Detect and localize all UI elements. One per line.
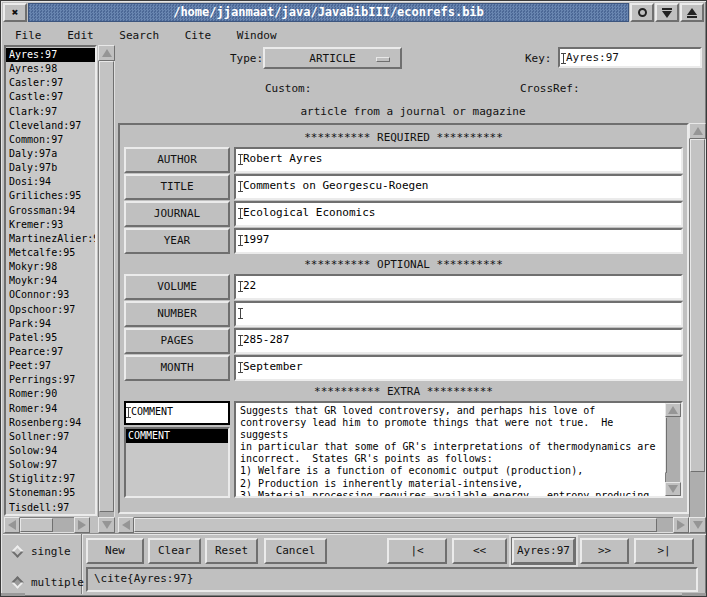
extra-field-list[interactable]: COMMENT bbox=[124, 427, 230, 498]
list-item-selected[interactable]: Ayres:97 bbox=[6, 48, 95, 62]
list-item[interactable]: Perrings:97 bbox=[9, 373, 95, 387]
list-item[interactable]: Mokyr:98 bbox=[9, 260, 95, 274]
reference-list[interactable]: Ayres:97 Ayres:98 Casler:97 Castle:97 Cl… bbox=[4, 45, 97, 516]
menu-edit[interactable]: Edit bbox=[67, 26, 94, 45]
list-item[interactable]: Romer:90 bbox=[9, 387, 95, 401]
cancel-button[interactable]: Cancel bbox=[264, 538, 327, 564]
window-title[interactable]: /home/jjanmaat/java/JavaBibIII/econrefs.… bbox=[28, 3, 629, 22]
list-item[interactable]: Dosi:94 bbox=[9, 175, 95, 189]
scroll-left-button[interactable] bbox=[118, 517, 134, 533]
scrollbar-trough[interactable] bbox=[665, 417, 681, 482]
scroll-down-button[interactable] bbox=[98, 517, 115, 533]
list-item[interactable]: Castle:97 bbox=[9, 90, 95, 104]
nav-previous-button[interactable]: << bbox=[452, 538, 507, 564]
scrollbar-trough[interactable] bbox=[134, 517, 673, 533]
scroll-up-button[interactable] bbox=[689, 123, 706, 139]
scrollbar-trough[interactable] bbox=[20, 517, 74, 533]
list-item[interactable]: Casler:97 bbox=[9, 76, 95, 90]
extra-field-name-input[interactable]: COMMENT bbox=[124, 401, 230, 425]
list-item[interactable]: Stiglitz:97 bbox=[9, 472, 95, 486]
list-item[interactable]: Rosenberg:94 bbox=[9, 416, 95, 430]
menu-search[interactable]: Search bbox=[119, 26, 159, 45]
list-item[interactable]: Metcalfe:95 bbox=[9, 246, 95, 260]
resize-corner[interactable] bbox=[682, 593, 706, 596]
scrollbar-thumb[interactable] bbox=[134, 518, 657, 532]
menu-file[interactable]: File bbox=[15, 26, 42, 45]
comment-textarea[interactable]: Suggests that GR loved controversy, and … bbox=[236, 403, 665, 496]
scroll-up-button[interactable] bbox=[665, 403, 681, 417]
cite-field[interactable]: \cite{Ayres:97} bbox=[86, 567, 698, 592]
list-item[interactable]: Peet:97 bbox=[9, 359, 95, 373]
scroll-down-button[interactable] bbox=[689, 517, 706, 533]
list-item[interactable]: Tisdell:97 bbox=[9, 501, 95, 515]
menu-window[interactable]: Window bbox=[237, 26, 277, 45]
list-item[interactable]: Kremer:93 bbox=[9, 218, 95, 232]
close-button[interactable]: ✖ bbox=[3, 3, 27, 22]
volume-label-button[interactable]: VOLUME bbox=[124, 274, 230, 300]
nav-current-key-button[interactable]: Ayres:97 bbox=[512, 538, 575, 564]
nav-first-button[interactable]: |< bbox=[387, 538, 447, 564]
list-item[interactable]: Patel:95 bbox=[9, 331, 95, 345]
list-horizontal-scrollbar[interactable] bbox=[4, 517, 90, 533]
nav-next-button[interactable]: >> bbox=[580, 538, 629, 564]
list-item[interactable]: Ayres:98 bbox=[9, 62, 95, 76]
new-button[interactable]: New bbox=[86, 538, 144, 564]
scrollbar-thumb[interactable] bbox=[20, 518, 53, 532]
volume-field[interactable]: 22 bbox=[234, 274, 683, 300]
list-item[interactable]: Moykr:94 bbox=[9, 274, 95, 288]
list-item[interactable]: Stoneman:95 bbox=[9, 486, 95, 500]
list-item[interactable]: Grossman:94 bbox=[9, 204, 95, 218]
list-item[interactable]: Daly:97b bbox=[9, 161, 95, 175]
month-field[interactable]: September bbox=[234, 355, 683, 381]
form-horizontal-scrollbar[interactable] bbox=[118, 517, 689, 533]
nav-last-button[interactable]: >| bbox=[634, 538, 694, 564]
scrollbar-trough[interactable] bbox=[98, 61, 115, 517]
pages-label-button[interactable]: PAGES bbox=[124, 328, 230, 354]
list-item[interactable]: Common:97 bbox=[9, 133, 95, 147]
list-item[interactable]: Griliches:95 bbox=[9, 189, 95, 203]
scroll-up-button[interactable] bbox=[98, 45, 115, 61]
author-field[interactable]: Robert Ayres bbox=[234, 147, 683, 173]
scroll-right-button[interactable] bbox=[74, 517, 90, 533]
list-item[interactable]: Daly:97a bbox=[9, 147, 95, 161]
journal-label-button[interactable]: JOURNAL bbox=[124, 201, 230, 227]
scrollbar-thumb[interactable] bbox=[690, 139, 705, 472]
mode-radio-multiple[interactable]: multiple bbox=[13, 572, 84, 592]
reset-button[interactable]: Reset bbox=[205, 538, 258, 564]
scroll-left-button[interactable] bbox=[4, 517, 20, 533]
title-field[interactable]: Comments on Georgescu-Roegen bbox=[234, 174, 683, 200]
key-field[interactable]: Ayres:97 bbox=[558, 47, 702, 68]
list-item[interactable]: Cleveland:97 bbox=[9, 119, 95, 133]
author-label-button[interactable]: AUTHOR bbox=[124, 147, 230, 173]
menu-cite[interactable]: Cite bbox=[185, 26, 212, 45]
scroll-right-button[interactable] bbox=[673, 517, 689, 533]
comment-vertical-scrollbar[interactable] bbox=[665, 403, 681, 496]
maximize-button[interactable] bbox=[680, 3, 704, 22]
scrollbar-thumb[interactable] bbox=[665, 417, 667, 473]
type-option-menu[interactable]: ARTICLE bbox=[263, 47, 402, 69]
list-item[interactable]: Park:94 bbox=[9, 317, 95, 331]
list-item[interactable]: Pearce:97 bbox=[9, 345, 95, 359]
resize-corner[interactable] bbox=[1, 593, 25, 596]
form-vertical-scrollbar[interactable] bbox=[689, 123, 706, 533]
list-vertical-scrollbar[interactable] bbox=[98, 45, 115, 533]
list-item[interactable]: Solow:97 bbox=[9, 458, 95, 472]
title-label-button[interactable]: TITLE bbox=[124, 174, 230, 200]
list-item[interactable]: OConnor:93 bbox=[9, 288, 95, 302]
number-field[interactable] bbox=[234, 301, 683, 327]
clear-button[interactable]: Clear bbox=[148, 538, 201, 564]
mode-radio-single[interactable]: single bbox=[13, 541, 71, 561]
list-item[interactable]: Sollner:97 bbox=[9, 430, 95, 444]
year-label-button[interactable]: YEAR bbox=[124, 228, 230, 254]
year-field[interactable]: 1997 bbox=[234, 228, 683, 254]
list-item[interactable]: Romer:94 bbox=[9, 402, 95, 416]
lower-button[interactable] bbox=[655, 3, 679, 22]
extra-field-list-item[interactable]: COMMENT bbox=[126, 429, 228, 443]
titlebar[interactable]: ✖ /home/jjanmaat/java/JavaBibIII/econref… bbox=[3, 3, 704, 22]
journal-field[interactable]: Ecological Economics bbox=[234, 201, 683, 227]
number-label-button[interactable]: NUMBER bbox=[124, 301, 230, 327]
scrollbar-thumb[interactable] bbox=[99, 61, 114, 512]
list-item[interactable]: Solow:94 bbox=[9, 444, 95, 458]
month-label-button[interactable]: MONTH bbox=[124, 355, 230, 381]
scrollbar-trough[interactable] bbox=[689, 139, 706, 517]
